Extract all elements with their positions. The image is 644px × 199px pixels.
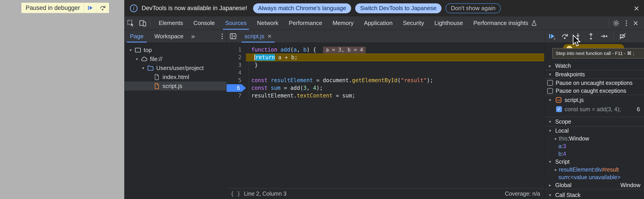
scope-section-value: Window	[620, 182, 641, 188]
breakpoint-option[interactable]: Pause on caught exceptions	[544, 87, 644, 95]
section-call-stack[interactable]: ▾ Call Stack	[544, 190, 644, 199]
section-watch[interactable]: ▸ Watch	[544, 62, 644, 70]
file-tree: ▾top▾file://▾Users/user/projectindex.htm…	[124, 43, 226, 91]
section-scope[interactable]: ▾ Scope	[544, 117, 644, 126]
collapse-icon[interactable]: ▾	[548, 128, 552, 133]
collapse-icon[interactable]: ▾	[548, 97, 552, 103]
code-token	[268, 85, 271, 91]
code-line-6[interactable]: 6const sum = add(3, 4);	[226, 84, 544, 92]
tab-application[interactable]: Application	[359, 17, 398, 30]
collapse-icon[interactable]: ▾	[128, 48, 134, 53]
scope-variable[interactable]: a: 3	[544, 142, 644, 150]
section-breakpoints[interactable]: ▾ Breakpoints	[544, 70, 644, 79]
always-match-language-button[interactable]: Always match Chrome's language	[253, 3, 351, 13]
more-options-icon[interactable]	[622, 20, 630, 26]
collapse-icon[interactable]: ▾	[548, 159, 552, 164]
close-tab-icon[interactable]: ×	[268, 33, 272, 40]
scope-section-global[interactable]: ▸GlobalWindow	[544, 181, 644, 189]
step-button[interactable]	[599, 31, 609, 42]
line-number[interactable]: 4	[226, 69, 246, 77]
checkbox[interactable]: ✓	[556, 106, 562, 112]
collapse-icon[interactable]: ▾	[140, 66, 146, 71]
cloud-icon	[141, 56, 148, 63]
code-token: const	[251, 77, 268, 84]
toggle-device-toolbar-button[interactable]	[137, 17, 149, 30]
code-token: b	[303, 47, 306, 53]
devtools-window: i DevTools is now available in Japanese!…	[124, 0, 644, 199]
tab-memory[interactable]: Memory	[327, 17, 359, 30]
line-number[interactable]: 3	[226, 61, 246, 69]
collapse-icon[interactable]: ▾	[548, 192, 552, 198]
tree-item-script-js[interactable]: script.js	[124, 82, 226, 91]
inspect-element-button[interactable]	[124, 17, 137, 30]
code-line-1[interactable]: 1function add(a, b) {a = 3, b = 4	[226, 46, 544, 54]
tab-sources[interactable]: Sources	[220, 17, 252, 30]
navigator-panel: Page Workspace » ▾top▾file://▾Users/user…	[124, 30, 226, 199]
tab-network[interactable]: Network	[252, 17, 284, 30]
resume-script-button[interactable]	[84, 3, 96, 13]
tree-item-index-html[interactable]: index.html	[124, 73, 226, 82]
code-editor[interactable]: 1function add(a, b) {a = 3, b = 42 retur…	[226, 43, 544, 188]
breakpoint-option[interactable]: Pause on uncaught exceptions	[544, 79, 644, 87]
code-line-3[interactable]: 3 }	[226, 61, 544, 69]
code-line-4[interactable]: 4	[226, 69, 544, 77]
switch-to-japanese-button[interactable]: Switch DevTools to Japanese	[355, 3, 442, 13]
tab-label: Application	[364, 20, 392, 27]
code-line-7[interactable]: 7resultElement.textContent = sum;	[226, 92, 544, 100]
collapse-icon[interactable]: ▾	[134, 57, 140, 62]
tree-item-users-user-project[interactable]: ▾Users/user/project	[124, 64, 226, 73]
scope-token: :	[562, 151, 563, 157]
tab-lighthouse[interactable]: Lighthouse	[429, 17, 468, 30]
settings-button[interactable]	[610, 17, 622, 30]
line-number[interactable]: 1	[226, 46, 246, 54]
step-over-button[interactable]	[97, 3, 109, 13]
tab-performance-insights[interactable]: Performance insights	[468, 17, 542, 30]
breakpoint-file-group[interactable]: ▾ <> script.js	[544, 95, 644, 105]
line-number[interactable]: 7	[226, 92, 246, 100]
editor-tab-scriptjs[interactable]: script.js ×	[240, 30, 276, 43]
tree-item-file-[interactable]: ▾file://	[124, 55, 226, 64]
expand-icon[interactable]: ▸	[548, 182, 552, 188]
tab-page[interactable]: Page	[124, 30, 149, 43]
dont-show-again-button[interactable]: Don't show again	[446, 3, 501, 13]
expand-icon[interactable]: ▸	[554, 136, 558, 141]
tab-workspace[interactable]: Workspace	[149, 30, 189, 43]
deactivate-breakpoints-button[interactable]	[618, 31, 628, 42]
expand-icon[interactable]: ▸	[554, 167, 558, 172]
tree-item-top[interactable]: ▾top	[124, 46, 226, 55]
scope-section-script[interactable]: ▾Script	[544, 158, 644, 166]
tab-console[interactable]: Console	[188, 17, 220, 30]
step-over-button[interactable]	[560, 31, 570, 42]
code-lines: 1function add(a, b) {a = 3, b = 42 retur…	[226, 46, 544, 100]
scope-variable[interactable]: ▸this: Window	[544, 135, 644, 142]
scope-token: :	[569, 174, 570, 180]
expand-icon[interactable]: ▸	[548, 63, 552, 68]
scope-variable[interactable]: sum: <value unavailable>	[544, 173, 644, 181]
hide-navigator-button[interactable]	[226, 30, 240, 43]
breakpoint-entry[interactable]: ✓const sum = add(3, 4);6	[544, 105, 644, 113]
breakpoint-code-label: const sum = add(3, 4);	[565, 106, 620, 113]
line-number[interactable]: 2	[226, 54, 246, 61]
code-line-2[interactable]: 2 return a + b;	[226, 54, 544, 61]
checkbox[interactable]	[547, 88, 553, 94]
code-line-5[interactable]: 5const resultElement = document.getEleme…	[226, 77, 544, 84]
more-tabs-icon[interactable]: »	[189, 33, 197, 40]
collapse-icon[interactable]: ▾	[548, 119, 552, 124]
close-devtools-icon[interactable]: ×	[630, 19, 641, 28]
scope-variable[interactable]: b: 4	[544, 150, 644, 158]
scope-section-local[interactable]: ▾Local	[544, 126, 644, 135]
tab-security[interactable]: Security	[398, 17, 429, 30]
close-icon[interactable]: ×	[634, 4, 639, 13]
checkbox[interactable]	[547, 80, 553, 86]
breakpoint-marker[interactable]: 6	[226, 84, 246, 92]
step-out-button[interactable]	[586, 31, 596, 42]
tab-performance[interactable]: Performance	[284, 17, 328, 30]
collapse-icon[interactable]: ▾	[548, 72, 552, 77]
settings-gear-icon	[612, 19, 620, 27]
line-number[interactable]: 5	[226, 77, 246, 84]
scope-variable[interactable]: ▸resultElement: div#result	[544, 166, 644, 173]
resume-button[interactable]	[547, 31, 557, 42]
navigator-more-options-icon[interactable]	[218, 34, 226, 39]
tab-elements[interactable]: Elements	[154, 17, 188, 30]
watch-section-label: Watch	[555, 63, 571, 69]
